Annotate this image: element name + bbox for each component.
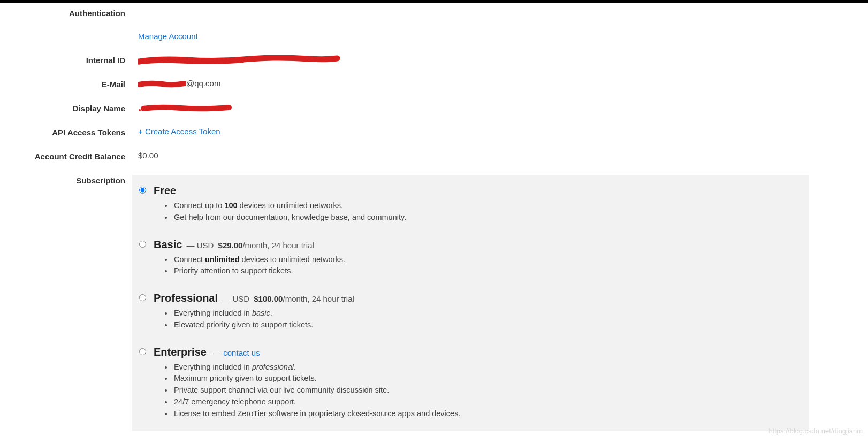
plan-enterprise-bullet-5: License to embed ZeroTier software in pr… bbox=[173, 408, 797, 420]
plan-basic-price: $29.00 bbox=[218, 241, 243, 250]
svg-point-0 bbox=[139, 109, 141, 111]
plan-professional: Professional — USD $100.00/month, 24 hou… bbox=[139, 292, 797, 331]
plan-free: Free Connect up to 100 devices to unlimi… bbox=[139, 185, 797, 224]
plan-basic-title: Basic bbox=[154, 239, 182, 250]
subscription-plans: Free Connect up to 100 devices to unlimi… bbox=[132, 175, 809, 431]
plan-enterprise-bullet-4: 24/7 emergency telephone support. bbox=[173, 396, 797, 408]
plan-enterprise-bullet-3: Private support channel via our live com… bbox=[173, 385, 797, 396]
manage-account-link[interactable]: Manage Account bbox=[138, 32, 198, 41]
plan-basic-radio[interactable] bbox=[139, 241, 146, 248]
plan-professional-price: $100.00 bbox=[254, 294, 283, 303]
plan-free-bullet-2: Get help from our documentation, knowled… bbox=[173, 212, 797, 224]
email-suffix: @qq.com bbox=[186, 79, 220, 88]
plan-free-radio[interactable] bbox=[139, 187, 146, 194]
label-api-access-tokens: API Access Tokens bbox=[0, 127, 132, 137]
plan-enterprise-contact-link[interactable]: contact us bbox=[223, 348, 260, 357]
credit-balance-value: $0.00 bbox=[138, 151, 158, 160]
label-authentication: Authentication bbox=[0, 7, 132, 18]
label-email: E-Mail bbox=[0, 79, 132, 89]
plan-enterprise: Enterprise — contact us Everything inclu… bbox=[139, 346, 797, 420]
redacted-internal-id bbox=[138, 55, 341, 65]
redacted-display-name bbox=[138, 104, 234, 112]
plan-enterprise-bullet-1: Everything included in professional. bbox=[173, 362, 797, 373]
plan-professional-bullet-1: Everything included in basic. bbox=[173, 308, 797, 319]
plan-basic-bullet-2: Priority attention to support tickets. bbox=[173, 265, 797, 277]
label-display-name: Display Name bbox=[0, 103, 132, 113]
label-internal-id: Internal ID bbox=[0, 55, 132, 65]
create-access-token-link[interactable]: + Create Access Token bbox=[138, 127, 220, 136]
plan-basic-bullet-1: Connect unlimited devices to unlimited n… bbox=[173, 254, 797, 266]
redacted-email-prefix bbox=[138, 80, 186, 88]
plan-enterprise-radio[interactable] bbox=[139, 348, 146, 355]
plan-enterprise-bullet-2: Maximum priority given to support ticket… bbox=[173, 373, 797, 385]
plan-enterprise-title: Enterprise bbox=[154, 346, 207, 358]
plan-basic: Basic — USD $29.00/month, 24 hour trial … bbox=[139, 239, 797, 278]
plan-free-bullet-1: Connect up to 100 devices to unlimited n… bbox=[173, 200, 797, 212]
plan-professional-bullet-2: Elevated priority given to support ticke… bbox=[173, 319, 797, 331]
plan-professional-radio[interactable] bbox=[139, 294, 146, 301]
plan-professional-title: Professional bbox=[154, 292, 218, 304]
label-account-credit-balance: Account Credit Balance bbox=[0, 151, 132, 161]
label-subscription: Subscription bbox=[0, 175, 132, 185]
plan-free-title: Free bbox=[154, 185, 176, 196]
